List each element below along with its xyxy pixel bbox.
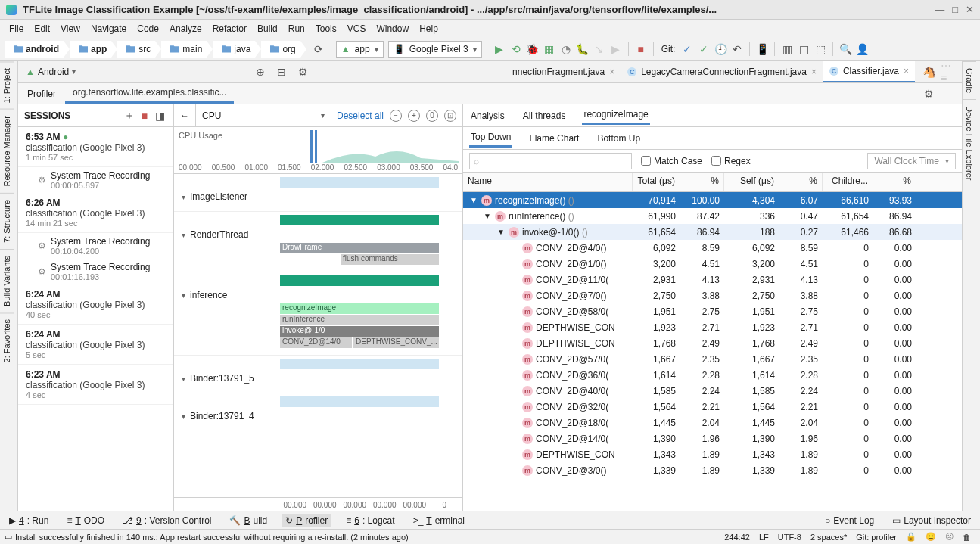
table-row[interactable]: mDEPTHWISE_CON1,3431.891,3431.8900.00: [463, 446, 962, 462]
trace-block[interactable]: flush commands: [341, 254, 439, 265]
chevron-down-icon[interactable]: [182, 191, 185, 202]
more-icon[interactable]: ▶: [608, 42, 624, 57]
face-sad-icon[interactable]: ☹: [941, 532, 958, 542]
recording-item[interactable]: ⚙System Trace Recording00:01:16.193: [18, 259, 173, 284]
breadcrumb-app[interactable]: app: [70, 41, 111, 58]
menu-build[interactable]: Build: [253, 22, 282, 36]
menu-refactor[interactable]: Refactor: [208, 22, 251, 36]
session-item[interactable]: 6:23 AMclassification (Google Pixel 3)4 …: [18, 365, 173, 405]
table-row[interactable]: mCONV_2D@57/0(1,6672.351,6672.3500.00: [463, 351, 962, 367]
table-row[interactable]: ▼mrecognizeImage() ()70,914100.004,3046.…: [463, 192, 962, 208]
tool-tab-build[interactable]: 🔨 Build: [226, 514, 270, 527]
git-branch[interactable]: Git: profiler: [851, 533, 901, 542]
search-input[interactable]: [469, 153, 632, 169]
debug-icon[interactable]: 🐞: [525, 42, 540, 57]
attach-debugger-icon[interactable]: 🐛: [575, 42, 590, 57]
menu-analyze[interactable]: Analyze: [165, 22, 207, 36]
tool-tab-event-log[interactable]: ○ Event Log: [822, 514, 877, 527]
tool-tab-todo[interactable]: ≡ TODO: [64, 514, 107, 527]
search-icon[interactable]: 🔍: [838, 42, 853, 57]
table-row[interactable]: ▼minvoke@-1/0() ()61,65486.941880.2761,4…: [463, 224, 962, 240]
trace-block[interactable]: recognizeImage: [280, 303, 439, 314]
resource-icon[interactable]: ◫: [796, 42, 811, 57]
collapse-icon[interactable]: ⊟: [274, 64, 289, 79]
thread-renderthread[interactable]: RenderThreadDrawFrameflush commands: [174, 212, 462, 272]
toggle-panel-icon[interactable]: ◨: [152, 108, 167, 123]
side-tab-resource-manager[interactable]: Resource Manager: [0, 109, 14, 193]
table-row[interactable]: mCONV_2D@18/0(1,4452.041,4452.0400.00: [463, 415, 962, 431]
match-case-checkbox[interactable]: Match Case: [641, 156, 702, 166]
view-tab-flame-chart[interactable]: Flame Chart: [527, 130, 580, 147]
run-icon[interactable]: ▶: [492, 42, 507, 57]
face-neutral-icon[interactable]: 😐: [921, 532, 941, 542]
table-row[interactable]: mCONV_2D@11/0(2,9314.132,9314.1300.00: [463, 272, 962, 288]
settings-icon[interactable]: ⚙: [295, 64, 310, 79]
breadcrumb-src[interactable]: src: [117, 41, 155, 58]
minimize-icon[interactable]: —: [935, 4, 944, 15]
thread-binder:13791_4[interactable]: Binder:13791_4: [174, 393, 462, 431]
lock-icon[interactable]: 🔒: [901, 532, 921, 542]
menu-code[interactable]: Code: [132, 22, 163, 36]
close-tab-icon[interactable]: ×: [811, 67, 817, 77]
thread-inference[interactable]: inferencerecognizeImagerunInferenceinvok…: [174, 272, 462, 356]
zoom-out-icon[interactable]: −: [390, 110, 402, 122]
tool-tab----run[interactable]: ▶ 4: Run: [6, 514, 51, 527]
maximize-icon[interactable]: □: [952, 4, 958, 15]
table-row[interactable]: mCONV_2D@1/0()3,2004.513,2004.5100.00: [463, 256, 962, 272]
table-row[interactable]: mDEPTHWISE_CON1,7682.491,7682.4900.00: [463, 335, 962, 351]
expand-icon[interactable]: ▼: [469, 196, 478, 204]
line-ending[interactable]: LF: [754, 533, 773, 542]
git-commit-icon[interactable]: ✓: [696, 42, 711, 57]
chevron-down-icon[interactable]: [182, 373, 185, 384]
session-item[interactable]: 6:53 AM ●classification (Google Pixel 3)…: [18, 127, 173, 167]
table-row[interactable]: mCONV_2D@4/0()6,0928.596,0928.5900.00: [463, 240, 962, 256]
menu-edit[interactable]: Edit: [30, 22, 54, 36]
sync-icon[interactable]: ⟳: [311, 42, 326, 57]
clock-combo[interactable]: Wall Clock Time▾: [867, 153, 956, 169]
file-tab[interactable]: nnectionFragment.java ×: [506, 61, 621, 82]
trace-block[interactable]: runInference: [280, 315, 439, 325]
tool-tab-layout-inspector[interactable]: ▭ Layout Inspector: [889, 514, 974, 527]
menu-view[interactable]: View: [56, 22, 85, 36]
thread-imagelistener[interactable]: ImageListener: [174, 174, 462, 212]
view-tab-bottom-up[interactable]: Bottom Up: [596, 130, 642, 147]
trace-block[interactable]: DrawFrame: [280, 243, 439, 253]
zoom-sel-icon[interactable]: ⊡: [444, 110, 456, 122]
user-icon[interactable]: 👤: [854, 42, 870, 57]
menu-file[interactable]: File: [5, 22, 28, 36]
side-tab-gradle[interactable]: Gradle: [963, 61, 976, 99]
menu-vcs[interactable]: VCS: [343, 22, 371, 36]
side-tab-1--project[interactable]: 1: Project: [0, 61, 14, 109]
cpu-type-combo[interactable]: CPU▾: [195, 104, 331, 126]
breadcrumb-org[interactable]: org: [261, 41, 300, 58]
trace-block[interactable]: invoke@-1/0: [280, 326, 439, 337]
side-tab-build-variants[interactable]: Build Variants: [0, 249, 14, 312]
trace-block[interactable]: CONV_2D@14/0: [280, 337, 352, 348]
recording-item[interactable]: ⚙System Trace Recording00:00:05.897: [18, 167, 173, 193]
nav-more-icon[interactable]: ⋯≡: [941, 64, 956, 79]
apply-changes-icon[interactable]: ⟲: [509, 42, 524, 57]
nav-left-icon[interactable]: 🐴: [921, 64, 936, 79]
chevron-down-icon[interactable]: [182, 290, 185, 300]
locate-icon[interactable]: ⊕: [253, 64, 268, 79]
zoom-in-icon[interactable]: +: [408, 110, 420, 122]
table-row[interactable]: mCONV_2D@7/0()2,7503.882,7503.8800.00: [463, 288, 962, 303]
table-row[interactable]: mCONV_2D@36/0(1,6142.281,6142.2800.00: [463, 367, 962, 383]
status-icon[interactable]: ▭: [5, 532, 12, 542]
indent[interactable]: 2 spaces*: [806, 533, 851, 542]
tool-tab----logcat[interactable]: ≡ 6: Logcat: [343, 514, 397, 527]
file-tab[interactable]: C Classifier.java ×: [823, 61, 915, 82]
session-item[interactable]: 6:26 AMclassification (Google Pixel 3)14…: [18, 193, 173, 233]
coverage-icon[interactable]: ▦: [542, 42, 557, 57]
analysis-tab-analysis[interactable]: Analysis: [469, 107, 506, 124]
encoding[interactable]: UTF-8: [773, 533, 806, 542]
hide-icon[interactable]: —: [316, 64, 331, 79]
session-item[interactable]: 6:24 AMclassification (Google Pixel 3)5 …: [18, 325, 173, 365]
close-tab-icon[interactable]: ×: [609, 67, 614, 77]
view-tab-top-down[interactable]: Top Down: [469, 129, 512, 148]
add-session-icon[interactable]: ＋: [122, 108, 137, 123]
analysis-tab-all-threads[interactable]: All threads: [521, 107, 568, 124]
table-row[interactable]: mCONV_2D@40/0(1,5852.241,5852.2400.00: [463, 383, 962, 399]
caret-position[interactable]: 244:42: [720, 533, 754, 542]
thread-binder:13791_5[interactable]: Binder:13791_5: [174, 356, 462, 393]
